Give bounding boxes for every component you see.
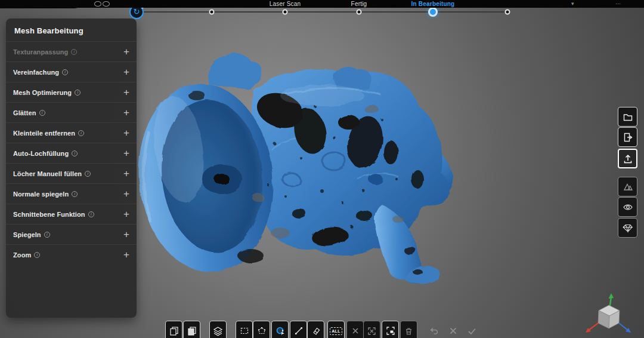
folder-button[interactable]: [618, 107, 637, 127]
mesh-tool-item[interactable]: Auto-Lochfüllung i +: [6, 143, 137, 163]
info-icon[interactable]: i: [75, 90, 80, 96]
expand-plus-icon[interactable]: +: [123, 189, 129, 199]
user-menu-icon[interactable]: ▾: [571, 1, 574, 7]
confirm-check-icon: [467, 326, 477, 336]
step-dot-1[interactable]: [209, 10, 215, 15]
step-label-laser-scan: Laser Scan: [270, 0, 301, 8]
mesh-tool-label: Löcher Manuell füllen: [13, 170, 82, 177]
wireframe-button[interactable]: [618, 177, 637, 196]
deselect-button[interactable]: [346, 321, 364, 338]
info-icon[interactable]: i: [72, 191, 78, 197]
mesh-panel-items: Texturanpassung i + Vereinfachung i + Me…: [6, 41, 137, 265]
cancel-x-icon: [448, 326, 458, 336]
mesh-tool-label: Spiegeln: [13, 231, 41, 238]
mesh-tool-label: Texturanpassung: [13, 48, 68, 56]
select-all-button[interactable]: ALL: [327, 321, 345, 338]
expand-plus-icon[interactable]: +: [123, 209, 129, 219]
rect-select-button[interactable]: [236, 321, 253, 338]
mesh-tool-item[interactable]: Spiegeln i +: [6, 224, 137, 244]
info-icon[interactable]: i: [85, 171, 91, 177]
mesh-tool-label: Mesh Optimierung: [13, 89, 72, 96]
app-window: Laser Scan Fertig In Bearbeitung ▾ ⋯ ↻ M…: [0, 0, 644, 338]
step-dot-4-active[interactable]: [428, 7, 438, 17]
wireframe-icon: [623, 182, 633, 192]
duplicate-button[interactable]: [183, 321, 200, 338]
frame-select-button[interactable]: [382, 321, 399, 338]
confirm-button[interactable]: [463, 321, 481, 338]
export-button[interactable]: [618, 127, 637, 147]
expand-plus-icon[interactable]: +: [123, 148, 129, 158]
expand-plus-icon[interactable]: +: [123, 128, 129, 138]
info-icon[interactable]: i: [71, 49, 77, 55]
mesh-tool-item[interactable]: Schnittebene Funktion i +: [6, 204, 137, 224]
undo-button[interactable]: [425, 321, 442, 338]
expand-plus-icon[interactable]: +: [123, 250, 129, 260]
render-quality-button[interactable]: [618, 218, 637, 238]
info-icon[interactable]: i: [78, 130, 84, 136]
step-label-fertig: Fertig: [351, 0, 367, 8]
copy-icon: [169, 326, 179, 336]
expand-plus-icon[interactable]: +: [123, 47, 129, 57]
step-dot-2[interactable]: [283, 10, 288, 15]
select-all-icon: ALL: [330, 327, 342, 335]
more-menu-icon[interactable]: ⋯: [615, 1, 621, 7]
step-dot-5[interactable]: [505, 10, 510, 15]
mesh-tool-item[interactable]: Texturanpassung i +: [6, 41, 137, 62]
info-icon[interactable]: i: [62, 69, 68, 75]
info-icon[interactable]: i: [44, 232, 50, 238]
mesh-tool-label: Schnittebene Funktion: [13, 211, 85, 218]
top-bar: Laser Scan Fertig In Bearbeitung ▾ ⋯: [0, 0, 644, 8]
expand-plus-icon[interactable]: +: [123, 87, 129, 97]
delete-button[interactable]: [400, 321, 417, 338]
visibility-button[interactable]: [618, 197, 637, 217]
mesh-tool-item[interactable]: Kleinteile entfernen i +: [6, 122, 137, 143]
step-label-in-bearbeitung: In Bearbeitung: [411, 0, 455, 8]
polygon-select-icon: [257, 326, 267, 336]
mesh-tool-item[interactable]: Vereinfachung i +: [6, 62, 137, 82]
eye-icon: [623, 202, 633, 213]
mesh-tool-item[interactable]: Zoom i +: [6, 244, 137, 265]
mesh-tool-label: Normale spiegeln: [13, 190, 69, 198]
mesh-tool-label: Glätten: [13, 109, 36, 116]
info-icon[interactable]: i: [88, 211, 94, 217]
mesh-tool-label: Auto-Lochfüllung: [13, 150, 69, 157]
expand-selection-button[interactable]: [363, 321, 380, 338]
info-icon[interactable]: i: [72, 150, 78, 156]
info-icon[interactable]: i: [34, 252, 40, 258]
mesh-tool-item[interactable]: Mesh Optimierung i +: [6, 82, 137, 102]
diamond-icon: [623, 223, 633, 233]
folder-icon: [623, 112, 633, 122]
upload-icon: [623, 153, 633, 164]
line-select-icon: [294, 326, 304, 336]
eraser-button[interactable]: [307, 321, 324, 338]
mesh-tool-item[interactable]: Normale spiegeln i +: [6, 183, 137, 204]
logo-mark-icon: [94, 1, 110, 7]
expand-plus-icon[interactable]: +: [123, 229, 129, 239]
polygon-select-button[interactable]: [253, 321, 270, 338]
app-logo: [0, 0, 81, 8]
layers-icon: [213, 326, 223, 336]
expand-selection-icon: [367, 327, 376, 336]
ellipse-select-button[interactable]: [271, 321, 289, 338]
cancel-button[interactable]: [444, 321, 462, 338]
info-icon[interactable]: i: [39, 110, 45, 116]
deselect-icon: [351, 327, 360, 335]
layers-button[interactable]: [209, 321, 227, 338]
mesh-tool-item[interactable]: Glätten i +: [6, 102, 137, 122]
mesh-tool-label: Zoom: [13, 251, 31, 259]
upload-button[interactable]: [618, 149, 637, 168]
step-dot-3[interactable]: [357, 10, 362, 15]
mesh-tool-item[interactable]: Löcher Manuell füllen i +: [6, 163, 137, 183]
copy-button[interactable]: [165, 321, 182, 338]
expand-plus-icon[interactable]: +: [123, 67, 129, 77]
orientation-gizmo[interactable]: [580, 292, 642, 338]
rect-select-icon: [240, 326, 249, 336]
mesh-edit-panel: Mesh Bearbeitung Texturanpassung i + Ver…: [6, 19, 137, 318]
eraser-icon: [311, 326, 321, 336]
expand-plus-icon[interactable]: +: [123, 168, 129, 179]
expand-plus-icon[interactable]: +: [123, 107, 129, 118]
mesh-tool-label: Vereinfachung: [13, 69, 59, 76]
line-select-button[interactable]: [290, 321, 307, 338]
orientation-cube-icon: [580, 292, 642, 338]
undo-icon: [429, 325, 439, 336]
